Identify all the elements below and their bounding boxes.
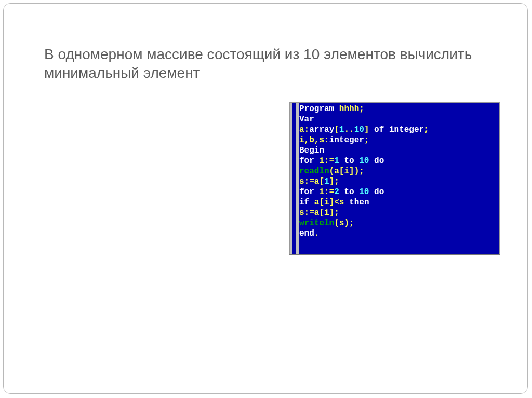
kw-for: for xyxy=(299,187,314,197)
ident-b: b xyxy=(309,135,314,145)
ident-a: a xyxy=(314,198,320,207)
type-integer: integer xyxy=(389,125,424,134)
kw-to: to xyxy=(344,156,354,166)
kw-for: for xyxy=(299,156,314,166)
ident-a: a xyxy=(314,208,320,217)
semicolon: ; xyxy=(349,218,354,228)
semicolon: ; xyxy=(334,208,339,217)
num-2: 2 xyxy=(334,187,339,197)
kw-end: end xyxy=(299,229,314,238)
fn-readln: readln xyxy=(299,167,329,176)
rbracket: ] xyxy=(329,208,335,217)
num-1: 1 xyxy=(334,156,339,166)
rbracket: ] xyxy=(364,125,369,134)
type-integer: integer xyxy=(329,135,364,145)
num-10: 10 xyxy=(359,187,369,197)
lbracket: [ xyxy=(319,198,324,207)
lbracket: [ xyxy=(319,208,324,217)
pascal-code: Program hhhh; Var a:array[1..10] of inte… xyxy=(299,104,497,253)
ident-i: i xyxy=(344,167,349,176)
code-window: Program hhhh; Var a:array[1..10] of inte… xyxy=(289,102,500,254)
ident-i: i xyxy=(324,208,329,217)
kw-of: of xyxy=(374,125,384,134)
assign: := xyxy=(304,177,314,186)
kw-do: do xyxy=(374,187,384,197)
lparen: ( xyxy=(329,167,335,176)
kw-program: Program xyxy=(299,104,334,114)
ident-i: i xyxy=(299,135,304,145)
semicolon: ; xyxy=(334,177,339,186)
program-name: hhhh xyxy=(339,104,359,114)
rbracket: ] xyxy=(349,167,354,176)
fn-writeln: writeln xyxy=(299,218,334,228)
ident-a: a xyxy=(314,177,320,186)
slide-title: В одномерном массиве состоящий из 10 эле… xyxy=(44,45,496,83)
slide-frame: В одномерном массиве состоящий из 10 эле… xyxy=(3,3,528,394)
semicolon: ; xyxy=(359,104,364,114)
ident-s: s xyxy=(339,198,344,207)
lbracket: [ xyxy=(319,177,324,186)
rbracket: ] xyxy=(329,177,335,186)
num-1: 1 xyxy=(324,177,329,186)
assign: := xyxy=(324,187,334,197)
lbracket: [ xyxy=(339,167,344,176)
ident-i: i xyxy=(324,198,329,207)
kw-do: do xyxy=(374,156,384,166)
colon: : xyxy=(324,135,329,145)
rparen: ) xyxy=(344,218,349,228)
ident-s: s xyxy=(339,218,344,228)
kw-if: if xyxy=(299,198,309,207)
assign: := xyxy=(324,156,334,166)
lparen: ( xyxy=(334,218,339,228)
kw-then: then xyxy=(349,198,369,207)
semicolon: ; xyxy=(364,135,369,145)
lbracket: [ xyxy=(334,125,339,134)
ident-s: s xyxy=(299,208,304,217)
ident-a: a xyxy=(299,125,304,134)
num-10: 10 xyxy=(354,125,364,134)
ident-s: s xyxy=(319,135,324,145)
kw-var: Var xyxy=(299,115,314,124)
dot: . xyxy=(314,229,320,238)
rbracket: ] xyxy=(329,198,335,207)
num-1: 1 xyxy=(339,125,344,134)
num-10: 10 xyxy=(359,156,369,166)
semicolon: ; xyxy=(359,167,364,176)
range-dots: .. xyxy=(344,125,354,134)
editor-gutter xyxy=(296,103,299,254)
ident-s: s xyxy=(299,177,304,186)
ident-i: i xyxy=(319,156,324,166)
kw-begin: Begin xyxy=(299,146,324,155)
less-than: < xyxy=(334,198,339,207)
comma: , xyxy=(304,135,310,145)
kw-array: array xyxy=(309,125,334,134)
colon: : xyxy=(304,125,310,134)
rparen: ) xyxy=(354,167,360,176)
semicolon: ; xyxy=(424,125,429,134)
comma: , xyxy=(314,135,320,145)
assign: := xyxy=(304,208,314,217)
ident-a: a xyxy=(334,167,339,176)
kw-to: to xyxy=(344,187,354,197)
ident-i: i xyxy=(319,187,324,197)
